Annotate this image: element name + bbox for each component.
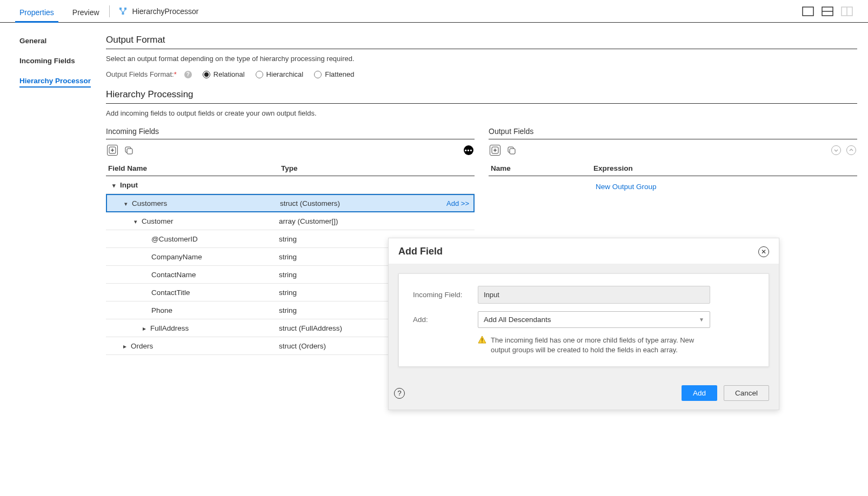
divider — [109, 5, 110, 17]
side-menu: General Incoming Fields Hierarchy Proces… — [0, 23, 106, 355]
output-table-header: Name Expression — [489, 161, 857, 176]
close-icon[interactable]: ✕ — [758, 246, 769, 257]
hierarchy-processing-title: Hierarchy Processing — [106, 85, 857, 104]
top-bar: Properties Preview HierarchyProcessor — [0, 0, 868, 23]
dialog-inner-panel: Incoming Field: Input Add: Add All Desce… — [398, 273, 769, 367]
add-field-dialog: Add Field ✕ Incoming Field: Input Add: A… — [388, 238, 779, 410]
cancel-button[interactable]: Cancel — [724, 385, 769, 401]
incoming-toolbar: ••• — [106, 139, 475, 161]
output-fields-format-label: Output Fields Format:* — [106, 70, 177, 78]
radio-relational[interactable]: Relational — [203, 70, 245, 78]
radio-hierarchical[interactable]: Hierarchical — [256, 70, 304, 78]
field-name-cell: Phone — [106, 306, 279, 314]
field-name-cell: Customer — [106, 217, 279, 225]
hierarchy-processor-icon — [118, 6, 128, 16]
svg-line-4 — [123, 10, 125, 12]
expand-all-icon[interactable] — [831, 145, 841, 155]
help-icon[interactable]: ? — [394, 388, 405, 399]
svg-rect-14 — [127, 149, 132, 154]
field-name-cell: FullAddress — [106, 324, 279, 332]
svg-rect-0 — [119, 8, 122, 10]
field-type: array (Customer[]) — [279, 217, 437, 225]
help-icon[interactable]: ? — [184, 71, 192, 78]
incoming-table-header: Field Name Type — [106, 161, 475, 176]
field-name: ContactTitle — [151, 289, 190, 297]
view-split-vertical-icon[interactable] — [841, 6, 853, 16]
svg-rect-21 — [482, 341, 483, 343]
incoming-row[interactable]: Customersstruct (Customers)Add >> — [106, 194, 475, 212]
incoming-row[interactable]: Input — [106, 176, 475, 194]
output-format-row: Output Fields Format:* ? Relational Hier… — [106, 66, 857, 85]
processor-name: HierarchyProcessor — [132, 7, 199, 16]
top-tabs: Properties Preview — [0, 0, 104, 23]
add-mode-value: Add All Descendants — [484, 316, 551, 324]
output-format-title: Output Format — [106, 30, 857, 49]
add-output-icon[interactable] — [490, 145, 500, 156]
col-type: Type — [281, 164, 435, 172]
field-name-cell: ContactTitle — [106, 289, 279, 297]
col-expression: Expression — [593, 164, 855, 172]
col-field-name: Field Name — [108, 164, 281, 172]
dialog-header: Add Field ✕ — [389, 238, 779, 264]
field-name-cell: ContactName — [106, 271, 279, 279]
collapse-all-icon[interactable] — [846, 145, 856, 155]
view-mode-icons — [802, 6, 858, 16]
field-name: @CustomerID — [151, 235, 198, 243]
view-split-horizontal-icon[interactable] — [822, 6, 833, 16]
output-body: New Output Group — [489, 176, 857, 191]
caret-down-icon[interactable] — [134, 217, 139, 225]
caret-down-icon[interactable] — [112, 181, 118, 189]
dialog-footer: ? Add Cancel — [389, 377, 779, 410]
add-button[interactable]: Add — [682, 385, 717, 401]
svg-rect-19 — [510, 149, 515, 154]
svg-rect-1 — [124, 8, 126, 10]
add-field-link[interactable]: Add >> — [446, 199, 469, 207]
side-item-incoming-fields[interactable]: Incoming Fields — [19, 57, 106, 65]
field-name: CompanyName — [151, 253, 202, 261]
caret-right-icon[interactable] — [143, 324, 148, 332]
tab-properties[interactable]: Properties — [15, 3, 58, 23]
hierarchy-processing-desc: Add incoming fields to output fields or … — [106, 104, 857, 120]
chevron-down-icon: ▼ — [699, 317, 704, 323]
output-fields-title: Output Fields — [489, 124, 857, 139]
field-name-cell: Customers — [107, 199, 280, 207]
warning-icon — [478, 336, 486, 344]
new-output-group-link[interactable]: New Output Group — [593, 183, 657, 191]
svg-rect-5 — [803, 7, 813, 16]
incoming-row[interactable]: Customerarray (Customer[]) — [106, 212, 475, 230]
field-name: Input — [120, 181, 138, 189]
warning-row: The incoming field has one or more child… — [478, 336, 710, 354]
more-options-icon[interactable]: ••• — [464, 145, 473, 155]
field-name-cell: @CustomerID — [106, 235, 279, 243]
svg-rect-20 — [482, 338, 483, 341]
field-name: Orders — [131, 342, 153, 350]
warning-text: The incoming field has one or more child… — [491, 336, 710, 354]
field-name: FullAddress — [150, 324, 189, 332]
svg-line-3 — [121, 10, 123, 12]
field-name-cell: Input — [106, 181, 279, 189]
col-name: Name — [491, 164, 593, 172]
incoming-fields-title: Incoming Fields — [106, 124, 475, 139]
incoming-field-label: Incoming Field: — [413, 291, 478, 299]
field-name: Customer — [142, 217, 173, 225]
field-type: struct (Customers) — [280, 199, 436, 207]
copy-icon[interactable] — [123, 145, 134, 156]
radio-flattened[interactable]: Flattened — [314, 70, 354, 78]
side-item-general[interactable]: General — [19, 37, 106, 45]
output-toolbar — [489, 139, 857, 161]
side-item-hierarchy-processor[interactable]: Hierarchy Processor — [19, 77, 91, 88]
copy-output-icon[interactable] — [506, 145, 517, 156]
field-name: Phone — [151, 306, 172, 314]
caret-right-icon[interactable] — [123, 342, 129, 350]
output-format-desc: Select an output format depending on the… — [106, 49, 857, 66]
tab-preview[interactable]: Preview — [68, 3, 104, 23]
field-name: Customers — [132, 199, 167, 207]
caret-down-icon[interactable] — [124, 199, 130, 207]
add-mode-select[interactable]: Add All Descendants ▼ — [478, 311, 710, 328]
incoming-field-input: Input — [478, 286, 710, 304]
dialog-title: Add Field — [398, 246, 443, 257]
add-field-icon[interactable] — [107, 145, 118, 156]
field-name-cell: Orders — [106, 342, 279, 350]
add-label: Add: — [413, 316, 478, 324]
view-single-icon[interactable] — [802, 6, 814, 16]
